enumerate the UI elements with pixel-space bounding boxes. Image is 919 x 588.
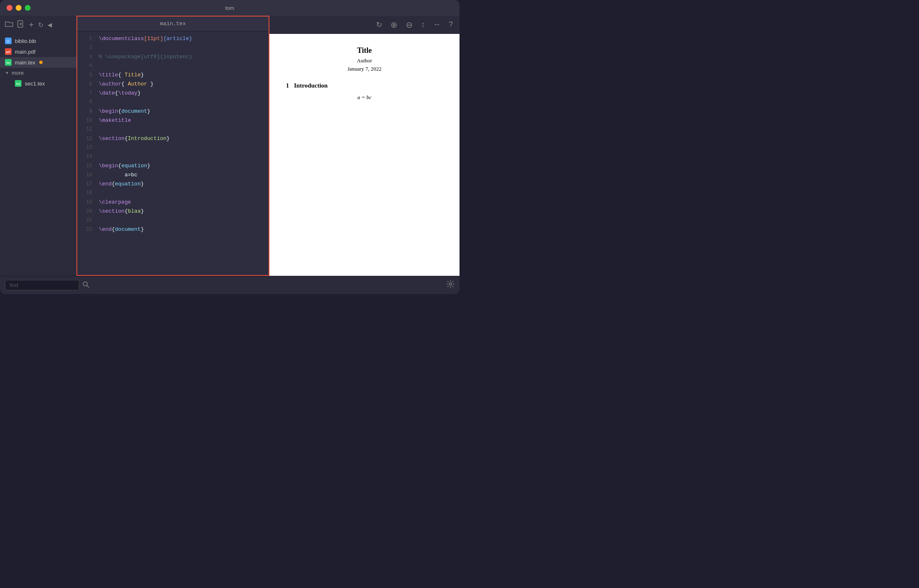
code-line-8: 8 xyxy=(77,98,269,107)
pdf-date: January 7, 2022 xyxy=(286,66,443,72)
pdf-section-num: 1 xyxy=(286,82,289,89)
editor-panel: main.tex 1 \documentclass[11pt]{article}… xyxy=(76,16,269,276)
code-line-10: 10 \maketitle xyxy=(77,116,269,126)
code-line-20: 20 \section{blaa} xyxy=(77,207,269,216)
sidebar-item-sec1[interactable]: tex sec1.tex xyxy=(0,78,76,89)
chevron-down-icon: ▼ xyxy=(5,71,9,75)
sidebar-item-maintex[interactable]: tex main.tex xyxy=(0,57,76,68)
sec1-filename: sec1.tex xyxy=(25,81,45,87)
svg-text:tex: tex xyxy=(16,82,21,85)
window-controls xyxy=(7,5,31,11)
pdf-file-icon: pdf xyxy=(5,48,12,55)
sidebar-item-biblio[interactable]: {} biblio.bib xyxy=(0,36,76,46)
pdf-section-intro: 1 Introduction xyxy=(286,82,443,89)
file-list: {} biblio.bib pdf main.pdf tex main.tex xyxy=(0,34,76,276)
code-line-14: 14 xyxy=(77,153,269,162)
content-area: main.tex 1 \documentclass[11pt]{article}… xyxy=(76,16,460,276)
pdf-equation-text: a = bc xyxy=(357,94,371,100)
pdf-filename: main.pdf xyxy=(15,49,36,55)
bib-file-icon: {} xyxy=(5,38,12,44)
folder-name: more xyxy=(12,70,24,76)
tex-file-icon-main: tex xyxy=(5,59,12,66)
pdf-page: Title Author January 7, 2022 1 Introduct… xyxy=(286,46,443,106)
refresh-icon[interactable]: ↻ xyxy=(38,21,43,29)
code-line-2: 2 xyxy=(77,44,269,53)
preview-toolbar: ↻ ⊕ ⊖ ↕ ↔ ? xyxy=(269,16,460,34)
editor-tab-label[interactable]: main.tex xyxy=(160,21,186,27)
code-line-21: 21 xyxy=(77,216,269,225)
code-line-3: 3 % \usepackage[utf8]{inputenc} xyxy=(77,53,269,62)
add-file-icon[interactable] xyxy=(17,20,25,30)
search-button[interactable] xyxy=(83,281,89,289)
code-line-1: 1 \documentclass[11pt]{article} xyxy=(77,35,269,44)
maintex-filename: main.tex xyxy=(15,59,35,66)
preview-zoom-in-icon[interactable]: ⊕ xyxy=(390,20,398,30)
titlebar: tom xyxy=(0,0,460,16)
code-line-15: 15 \begin{equation} xyxy=(77,162,269,171)
code-line-11: 11 xyxy=(77,126,269,135)
code-line-22: 22 \end{document} xyxy=(77,225,269,235)
code-line-9: 9 \begin{document} xyxy=(77,107,269,116)
sidebar-toolbar: + ↻ ◀ xyxy=(0,16,76,34)
pdf-section-title: Introduction xyxy=(294,82,328,89)
preview-zoom-out-icon[interactable]: ⊖ xyxy=(406,20,413,30)
pdf-preview: Title Author January 7, 2022 1 Introduct… xyxy=(269,34,460,276)
pdf-title-section: Title Author January 7, 2022 xyxy=(286,46,443,72)
sidebar-folder-more[interactable]: ▼ more xyxy=(0,68,76,78)
sidebar: + ↻ ◀ {} biblio.bib pdf main.pdf xyxy=(0,16,76,276)
settings-button[interactable] xyxy=(446,280,455,290)
open-folder-icon[interactable] xyxy=(5,21,13,29)
code-line-7: 7 \date{\today} xyxy=(77,89,269,98)
code-line-18: 18 xyxy=(77,189,269,198)
biblio-filename: biblio.bib xyxy=(15,38,36,44)
dirty-indicator xyxy=(39,61,43,64)
pdf-title: Title xyxy=(286,46,443,55)
code-line-4: 4 xyxy=(77,62,269,71)
svg-text:tex: tex xyxy=(6,61,11,64)
minimize-button[interactable] xyxy=(16,5,21,11)
code-line-13: 13 xyxy=(77,144,269,153)
preview-help-icon[interactable]: ? xyxy=(449,20,453,29)
code-line-12: 12 \section{Introduction} xyxy=(77,135,269,144)
app-window: tom + xyxy=(0,0,460,294)
window-title: tom xyxy=(225,5,234,11)
main-area: + ↻ ◀ {} biblio.bib pdf main.pdf xyxy=(0,16,460,276)
close-button[interactable] xyxy=(7,5,12,11)
collapse-icon[interactable]: ◀ xyxy=(48,21,52,28)
sidebar-item-pdf[interactable]: pdf main.pdf xyxy=(0,46,76,57)
find-input[interactable] xyxy=(5,280,79,290)
svg-text:{}: {} xyxy=(6,40,10,43)
code-line-16: 16 a=bc xyxy=(77,171,269,180)
svg-line-10 xyxy=(87,285,89,287)
pdf-equation: a = bc xyxy=(286,94,443,101)
preview-panel: ↻ ⊕ ⊖ ↕ ↔ ? Title Author January 7, 2022 xyxy=(269,16,460,276)
svg-text:pdf: pdf xyxy=(6,50,11,54)
code-line-17: 17 \end{equation} xyxy=(77,180,269,189)
editor-tab-bar: main.tex xyxy=(77,17,269,31)
maximize-button[interactable] xyxy=(25,5,31,11)
pdf-author: Author xyxy=(286,57,443,64)
code-line-5: 5 \title{ Title} xyxy=(77,71,269,80)
preview-refresh-icon[interactable]: ↻ xyxy=(376,20,382,29)
preview-fit-width-icon[interactable]: ↔ xyxy=(433,20,440,29)
add-icon[interactable]: + xyxy=(29,20,34,30)
code-line-6: 6 \author{ Author } xyxy=(77,80,269,89)
tex-file-icon-sec1: tex xyxy=(15,80,21,87)
code-line-19: 19 \clearpage xyxy=(77,198,269,207)
bottom-bar xyxy=(0,276,460,294)
editor-body[interactable]: 1 \documentclass[11pt]{article} 2 3 % \u… xyxy=(77,31,269,275)
preview-fit-height-icon[interactable]: ↕ xyxy=(421,20,425,29)
svg-point-11 xyxy=(449,283,452,285)
